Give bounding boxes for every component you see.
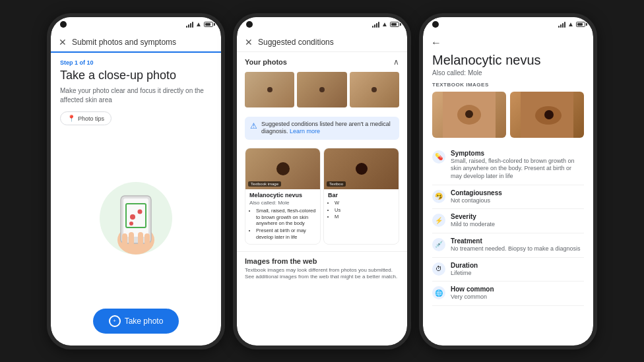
textbook-images-grid	[432, 92, 584, 138]
condition-bullet: Us	[335, 207, 395, 214]
textbook-img-svg-1	[432, 92, 506, 138]
detail-content: TreatmentNo treament needed. Biopsy to m…	[451, 237, 581, 253]
detail-label: Treatment	[451, 237, 581, 245]
condition-image-2: Textboo	[324, 148, 399, 189]
phone-2: ▲ ✕ Suggested conditions Your photos ∧	[233, 13, 411, 349]
illustration-area	[60, 133, 212, 303]
close-icon-2[interactable]: ✕	[245, 37, 253, 47]
photo-tips-button[interactable]: 📍 Photo tips	[60, 111, 112, 125]
take-photo-description: Make your photo clear and focus it direc…	[60, 86, 212, 105]
status-icons-2: ▲	[372, 20, 399, 28]
svg-rect-8	[129, 232, 134, 245]
wifi-icon-2: ▲	[381, 20, 388, 28]
camera-notch-1	[60, 21, 67, 28]
detail-value: Very common	[451, 293, 494, 301]
svg-rect-7	[122, 233, 127, 245]
signal-bar	[192, 22, 193, 28]
condition-name-1: Melanocytic nevus	[249, 192, 316, 198]
your-photos-header: Your photos ∧	[245, 57, 399, 67]
condition-card-2[interactable]: Textboo Bar W Us M	[323, 148, 399, 245]
textbook-badge-1: Textbook image	[248, 181, 281, 187]
detail-row: 🌐How commonVery common	[432, 282, 584, 306]
camera-notch-2	[246, 21, 253, 28]
status-icons-3: ▲	[558, 20, 585, 28]
warning-banner: ⚠ Suggested conditions listed here aren'…	[245, 117, 399, 140]
svg-point-5	[138, 209, 143, 214]
condition-bullets-1: Small, raised, flesh-colored to brown gr…	[249, 208, 316, 241]
photo-tips-label: Photo tips	[78, 115, 104, 122]
take-photo-button[interactable]: + Take photo	[93, 309, 179, 334]
detail-row: ⚡SeverityMild to moderate	[432, 209, 584, 233]
phone1-header: ✕ Submit photos and symptoms	[51, 32, 221, 53]
your-photos-label: Your photos	[245, 58, 287, 66]
camera-notch-3	[432, 21, 439, 28]
chevron-up-icon[interactable]: ∧	[393, 57, 399, 67]
status-bar-1: ▲	[51, 17, 221, 32]
condition-also-called: Also called: Mole	[432, 69, 584, 76]
svg-point-6	[129, 222, 133, 226]
condition-bullet: Present at birth or may develop later in…	[256, 227, 316, 241]
photo-thumb-2	[297, 72, 346, 107]
condition-bullet: Small, raised, flesh-colored to brown gr…	[256, 208, 316, 227]
phone1-header-title: Submit photos and symptoms	[72, 38, 176, 47]
battery-icon-2	[390, 22, 399, 27]
detail-value: Small, raised, flesh-colored to brown gr…	[451, 158, 584, 181]
close-icon[interactable]: ✕	[59, 37, 67, 47]
detail-value: No treament needed. Biopsy to make a dia…	[451, 245, 581, 253]
status-icons-1: ▲	[186, 20, 213, 28]
svg-rect-9	[138, 232, 143, 245]
take-photo-title: Take a close-up photo	[60, 69, 212, 83]
detail-label: How common	[451, 286, 494, 293]
detail-label: Contagiousness	[451, 189, 502, 196]
mole-dot-2	[319, 87, 325, 92]
step-label: Step 1 of 10	[60, 59, 212, 66]
detail-label: Symptoms	[451, 150, 584, 157]
phone-1: ▲ ✕ Submit photos and symptoms Step 1 of…	[47, 13, 225, 349]
detail-content: DurationLifetime	[451, 262, 478, 278]
svg-point-13	[465, 110, 473, 118]
status-bar-3: ▲	[423, 17, 593, 32]
condition-also-1: Also called: Mole	[249, 200, 316, 206]
duration-icon: ⏱	[432, 262, 445, 276]
phone2-header-title: Suggested conditions	[258, 38, 334, 47]
condition-bullet: W	[335, 200, 395, 206]
phones-container: ▲ ✕ Submit photos and symptoms Step 1 of…	[36, 3, 608, 360]
detail-value: Not contagious	[451, 197, 502, 205]
signal-bar	[378, 22, 379, 28]
condition-name-2: Bar	[328, 192, 395, 198]
mole-dot-1	[267, 87, 273, 92]
signal-bar	[376, 23, 377, 28]
contagiousness-icon: 🤧	[432, 190, 445, 203]
detail-row: 💊SymptomsSmall, raised, flesh-colored to…	[432, 146, 584, 185]
mole-dot-3	[371, 87, 377, 92]
condition-info-2: Bar W Us M	[324, 189, 399, 224]
condition-bullet: M	[335, 214, 395, 220]
signal-bar	[374, 24, 375, 28]
textbook-img-2	[510, 92, 584, 138]
signal-bar	[188, 24, 189, 28]
condition-title-large: Melanocytic nevus	[432, 53, 584, 68]
condition-card-1[interactable]: Textbook image Melanocytic nevus Also ca…	[245, 148, 321, 245]
conditions-grid: Textbook image Melanocytic nevus Also ca…	[237, 144, 407, 249]
back-arrow-icon[interactable]: ←	[431, 37, 441, 49]
warning-text: Suggested conditions listed here aren't …	[261, 121, 394, 136]
detail-value: Mild to moderate	[451, 221, 495, 229]
treatment-icon: 💉	[432, 238, 445, 251]
signal-bar	[372, 26, 373, 28]
how-common-icon: 🌐	[432, 286, 445, 299]
photo-thumb-3	[350, 72, 399, 107]
photo-grid	[245, 72, 399, 107]
detail-label: Severity	[451, 213, 495, 220]
wifi-icon: ▲	[195, 20, 202, 28]
svg-rect-10	[145, 233, 150, 245]
wifi-icon-3: ▲	[567, 20, 574, 28]
detail-content: How commonVery common	[451, 286, 494, 301]
detail-row: 💉TreatmentNo treament needed. Biopsy to …	[432, 233, 584, 258]
condition-info-1: Melanocytic nevus Also called: Mole Smal…	[245, 189, 320, 244]
textbook-img-svg-2	[510, 92, 584, 138]
detail-content: SeverityMild to moderate	[451, 213, 495, 229]
signal-bars-3	[558, 21, 565, 28]
phone3-header: ←	[423, 32, 593, 53]
signal-bar	[562, 23, 564, 28]
learn-more-link[interactable]: Learn more	[290, 128, 320, 135]
